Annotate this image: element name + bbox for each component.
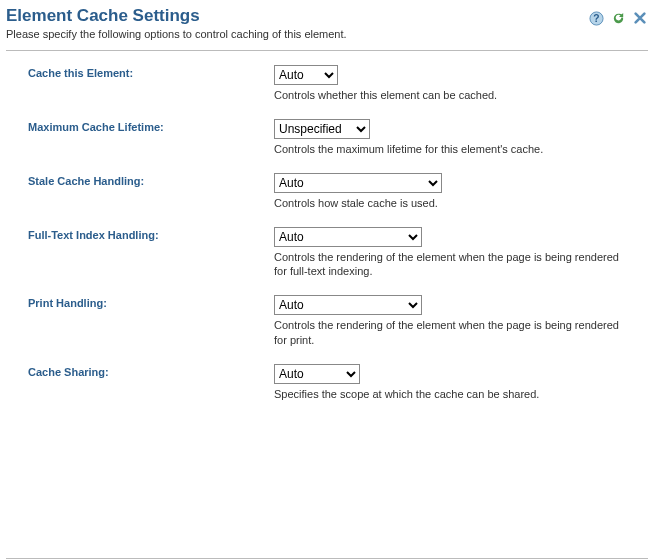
desc-cache-this: Controls whether this element can be cac… xyxy=(274,88,634,103)
form: Cache this Element: Auto Controls whethe… xyxy=(6,65,648,402)
spacer xyxy=(6,418,648,558)
select-sharing[interactable]: Auto xyxy=(274,364,360,384)
header-actions: ? xyxy=(588,6,648,26)
desc-sharing: Specifies the scope at which the cache c… xyxy=(274,387,634,402)
label-max-lifetime: Maximum Cache Lifetime: xyxy=(28,119,274,133)
page-title: Element Cache Settings xyxy=(6,6,347,26)
field-cache-this: Cache this Element: Auto Controls whethe… xyxy=(28,65,648,103)
label-sharing: Cache Sharing: xyxy=(28,364,274,378)
header: Element Cache Settings Please specify th… xyxy=(6,6,648,46)
divider xyxy=(6,50,648,51)
label-print: Print Handling: xyxy=(28,295,274,309)
settings-panel: Element Cache Settings Please specify th… xyxy=(0,0,658,559)
label-cache-this: Cache this Element: xyxy=(28,65,274,79)
close-icon[interactable] xyxy=(632,10,648,26)
field-stale: Stale Cache Handling: Auto Controls how … xyxy=(28,173,648,211)
select-max-lifetime[interactable]: Unspecified xyxy=(274,119,370,139)
control-print: Auto Controls the rendering of the eleme… xyxy=(274,295,648,348)
label-stale: Stale Cache Handling: xyxy=(28,173,274,187)
control-stale: Auto Controls how stale cache is used. xyxy=(274,173,648,211)
select-cache-this[interactable]: Auto xyxy=(274,65,338,85)
label-fulltext: Full-Text Index Handling: xyxy=(28,227,274,241)
refresh-icon[interactable] xyxy=(610,10,626,26)
select-fulltext[interactable]: Auto xyxy=(274,227,422,247)
select-stale[interactable]: Auto xyxy=(274,173,442,193)
control-fulltext: Auto Controls the rendering of the eleme… xyxy=(274,227,648,280)
field-fulltext: Full-Text Index Handling: Auto Controls … xyxy=(28,227,648,280)
header-text: Element Cache Settings Please specify th… xyxy=(6,6,347,46)
field-print: Print Handling: Auto Controls the render… xyxy=(28,295,648,348)
desc-stale: Controls how stale cache is used. xyxy=(274,196,634,211)
field-max-lifetime: Maximum Cache Lifetime: Unspecified Cont… xyxy=(28,119,648,157)
desc-max-lifetime: Controls the maximum lifetime for this e… xyxy=(274,142,634,157)
page-subtitle: Please specify the following options to … xyxy=(6,28,347,40)
select-print[interactable]: Auto xyxy=(274,295,422,315)
help-icon[interactable]: ? xyxy=(588,10,604,26)
desc-fulltext: Controls the rendering of the element wh… xyxy=(274,250,634,280)
control-max-lifetime: Unspecified Controls the maximum lifetim… xyxy=(274,119,648,157)
field-sharing: Cache Sharing: Auto Specifies the scope … xyxy=(28,364,648,402)
control-sharing: Auto Specifies the scope at which the ca… xyxy=(274,364,648,402)
svg-text:?: ? xyxy=(593,13,599,24)
desc-print: Controls the rendering of the element wh… xyxy=(274,318,634,348)
control-cache-this: Auto Controls whether this element can b… xyxy=(274,65,648,103)
